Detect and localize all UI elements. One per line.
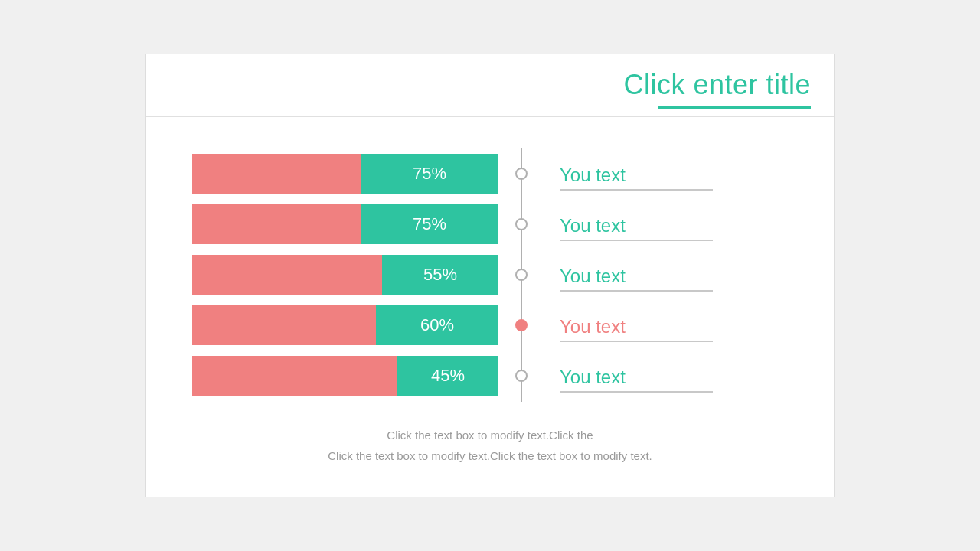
bar-track-3: 55%	[192, 255, 498, 295]
bar-fill-4: 60%	[376, 305, 498, 345]
timeline-dot-wrapper-3	[515, 255, 528, 295]
bar-fill-3: 55%	[382, 255, 498, 295]
text-label-4[interactable]: You text	[560, 316, 713, 342]
bar-track-4: 60%	[192, 305, 498, 345]
bars-column: 75% 75% 55%	[192, 148, 498, 402]
text-row-2: You text	[560, 204, 788, 244]
bar-row: 45%	[192, 356, 498, 396]
bar-fill-1: 75%	[361, 154, 498, 194]
timeline-dot-4	[515, 319, 528, 331]
text-label-1[interactable]: You text	[560, 165, 713, 191]
slide-header: Click enter title	[146, 54, 834, 117]
text-row-3: You text	[560, 255, 788, 295]
bar-row: 60%	[192, 305, 498, 345]
timeline-dot-3	[515, 269, 528, 281]
footer-line-1: Click the text box to modify text.Click …	[192, 425, 788, 445]
bar-fill-5: 45%	[397, 356, 498, 396]
bar-track-1: 75%	[192, 154, 498, 194]
bar-track-2: 75%	[192, 204, 498, 244]
slide-container: Click enter title 75%	[145, 54, 835, 497]
footer-text[interactable]: Click the text box to modify text.Click …	[192, 425, 788, 466]
timeline-dots	[515, 148, 528, 402]
timeline-dot-5	[515, 370, 528, 382]
bar-label-5: 45%	[422, 366, 474, 386]
timeline-dot-1	[515, 168, 528, 180]
slide-title[interactable]: Click enter title	[623, 68, 811, 101]
text-label-2[interactable]: You text	[560, 215, 713, 241]
timeline-dot-wrapper-2	[515, 204, 528, 244]
text-row-1: You text	[560, 154, 788, 194]
timeline-dot-wrapper-1	[515, 154, 528, 194]
title-underline	[658, 106, 811, 109]
bar-label-2: 75%	[403, 214, 456, 234]
slide-body: 75% 75% 55%	[146, 117, 834, 497]
text-row-4: You text	[560, 305, 788, 345]
bar-row: 75%	[192, 204, 498, 244]
footer-line-2: Click the text box to modify text.Click …	[192, 445, 788, 466]
timeline-dot-wrapper-5	[515, 356, 528, 396]
text-column: You text You text You text You text You …	[544, 148, 788, 402]
bar-label-3: 55%	[414, 265, 466, 285]
chart-section: 75% 75% 55%	[192, 148, 788, 402]
bar-row: 55%	[192, 255, 498, 295]
bar-label-1: 75%	[403, 164, 456, 184]
timeline-column	[498, 148, 544, 402]
text-label-3[interactable]: You text	[560, 266, 713, 292]
bar-row: 75%	[192, 154, 498, 194]
bar-track-5: 45%	[192, 356, 498, 396]
timeline-dot-2	[515, 218, 528, 230]
bar-label-4: 60%	[411, 315, 463, 335]
text-label-5[interactable]: You text	[560, 367, 713, 393]
text-row-5: You text	[560, 356, 788, 396]
timeline-dot-wrapper-4	[515, 305, 528, 345]
bar-fill-2: 75%	[361, 204, 498, 244]
